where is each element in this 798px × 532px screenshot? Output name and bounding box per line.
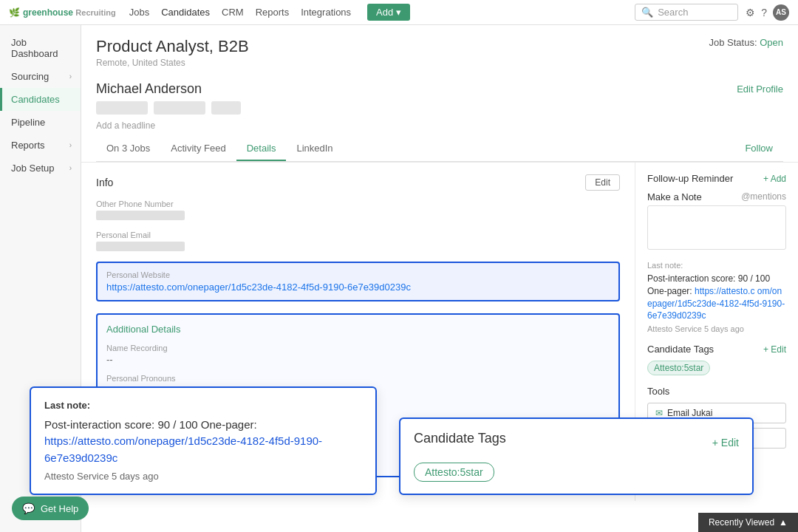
nav-jobs[interactable]: Jobs — [129, 7, 149, 18]
followup-add-link[interactable]: + Add — [763, 174, 786, 184]
sidebar-item-job-setup[interactable]: Job Setup › — [0, 157, 81, 180]
info-section: Info Edit Other Phone Number Personal Em… — [96, 174, 620, 301]
candidate-header: Michael Anderson Edit Profile — [96, 74, 783, 101]
blurred-badge-1 — [96, 101, 148, 115]
logo: 🌿 greenhouse Recruiting — [9, 7, 116, 18]
tabs: On 3 Jobs Activity Feed Details LinkedIn… — [96, 137, 783, 162]
field-email: Personal Email — [96, 231, 620, 251]
overlay-last-note-text: Post-interaction score: 90 / 100 One-pag… — [44, 417, 362, 467]
additional-details-title[interactable]: Additional Details — [106, 324, 610, 335]
chat-icon: 💬 — [22, 502, 35, 514]
nav-candidates[interactable]: Candidates — [161, 7, 210, 18]
job-status-value: Open — [760, 37, 783, 48]
add-button[interactable]: Add ▾ — [367, 4, 410, 21]
overlay-last-note-link[interactable]: https://attesto.com/onepager/1d5c23de-41… — [44, 434, 322, 464]
tab-on-jobs[interactable]: On 3 Jobs — [96, 137, 160, 161]
avatar[interactable]: AS — [773, 4, 789, 21]
page-header: Product Analyst, B2B Remote, United Stat… — [81, 25, 798, 74]
overlay-last-note-label: Last note: — [44, 400, 362, 411]
nav-integrations[interactable]: Integrations — [301, 7, 351, 18]
tab-linkedin[interactable]: LinkedIn — [286, 137, 343, 161]
detail-name-recording-value: -- — [106, 354, 610, 365]
sidebar-label-pipeline: Pipeline — [11, 117, 45, 128]
candidate-tags-section: Candidate Tags + Edit Attesto:5star — [647, 344, 786, 375]
sidebar-label-job-dashboard: Job Dashboard — [11, 37, 72, 59]
detail-name-recording-label: Name Recording — [106, 344, 610, 352]
tags-header: Candidate Tags + Edit — [647, 344, 786, 355]
nav-right: 🔍 Search ⚙ ? AS — [635, 4, 789, 21]
overlay-tags-header: Candidate Tags + Edit — [414, 431, 739, 454]
overlay-tag-badge[interactable]: Attesto:5star — [414, 463, 494, 482]
nav-reports[interactable]: Reports — [256, 7, 290, 18]
last-note-time: Attesto Service 5 days ago — [647, 324, 786, 333]
edit-profile-link[interactable]: Edit Profile — [737, 83, 783, 95]
candidate-section: Michael Anderson Edit Profile Add a head… — [81, 74, 798, 163]
sidebar-label-job-setup: Job Setup — [11, 163, 55, 174]
search-box[interactable]: 🔍 Search — [635, 4, 738, 21]
chevron-up-icon: ▲ — [779, 517, 788, 528]
tab-details[interactable]: Details — [236, 137, 287, 161]
info-title: Info — [96, 177, 113, 188]
chat-button[interactable]: 💬 Get Help — [12, 497, 89, 520]
sidebar-item-candidates[interactable]: Candidates — [0, 88, 81, 111]
follow-button[interactable]: Follow — [734, 137, 783, 161]
sidebar-label-sourcing: Sourcing — [11, 71, 49, 82]
field-phone-label: Other Phone Number — [96, 200, 620, 208]
blurred-badges — [96, 101, 783, 115]
candidate-name: Michael Anderson — [96, 81, 202, 97]
mentions-label: @mentions — [741, 191, 786, 202]
followup-title: Follow-up Reminder — [647, 173, 733, 184]
note-textarea[interactable] — [647, 205, 786, 250]
sidebar-item-sourcing[interactable]: Sourcing › — [0, 65, 81, 88]
recently-viewed-bar[interactable]: Recently Viewed ▲ — [698, 513, 798, 532]
job-status: Job Status: Open — [709, 37, 783, 48]
chevron-icon: › — [69, 72, 72, 81]
tags-edit-link[interactable]: + Edit — [763, 344, 786, 355]
sidebar-item-job-dashboard[interactable]: Job Dashboard — [0, 31, 81, 65]
last-note-link[interactable]: https://attesto.c om/onepager/1d5c23de-4… — [647, 286, 785, 321]
detail-pronouns-label: Personal Pronouns — [106, 374, 610, 383]
bottom-overlay-last-note: Last note: Post-interaction score: 90 / … — [30, 386, 377, 496]
chevron-down-icon: ▾ — [396, 7, 401, 18]
nav-icons: ⚙ ? AS — [746, 4, 789, 21]
page-title: Product Analyst, B2B — [96, 37, 783, 56]
sidebar-label-candidates: Candidates — [11, 94, 60, 105]
field-website-value[interactable]: https://attesto.com/onepager/1d5c23de-41… — [106, 282, 411, 293]
field-phone-value — [96, 211, 185, 220]
field-phone: Other Phone Number — [96, 200, 620, 220]
tools-title: Tools — [647, 386, 786, 397]
help-icon[interactable]: ? — [761, 7, 767, 18]
detail-name-recording: Name Recording -- — [106, 344, 610, 365]
sidebar-item-pipeline[interactable]: Pipeline — [0, 111, 81, 134]
top-navigation: 🌿 greenhouse Recruiting Jobs Candidates … — [0, 0, 798, 25]
last-note-label: Last note: — [647, 261, 786, 270]
leaf-icon: 🌿 — [9, 7, 20, 18]
nav-links: Jobs Candidates CRM Reports Integrations — [129, 7, 351, 18]
chevron-icon-reports: › — [69, 141, 72, 149]
overlay-last-note-time: Attesto Service 5 days ago — [44, 471, 362, 482]
nav-crm[interactable]: CRM — [222, 7, 244, 18]
field-website-label: Personal Website — [106, 270, 610, 279]
blurred-badge-2 — [154, 101, 205, 115]
last-note-section: Last note: Post-interaction score: 90 / … — [647, 261, 786, 333]
last-note-text: Post-interaction score: 90 / 100 One-pag… — [647, 273, 786, 322]
settings-icon[interactable]: ⚙ — [746, 7, 755, 18]
field-website: Personal Website https://attesto.com/one… — [96, 262, 620, 301]
field-email-label: Personal Email — [96, 231, 620, 239]
add-headline[interactable]: Add a headline — [96, 120, 783, 131]
info-edit-button[interactable]: Edit — [585, 174, 620, 191]
sidebar-item-reports[interactable]: Reports › — [0, 134, 81, 157]
overlay-tags-edit[interactable]: + Edit — [712, 437, 739, 449]
chevron-icon-job-setup: › — [69, 164, 72, 172]
tags-title: Candidate Tags — [647, 344, 714, 355]
followup-header: Follow-up Reminder + Add — [647, 173, 786, 184]
make-note-header: Make a Note @mentions — [647, 191, 786, 202]
field-email-value — [96, 242, 185, 251]
tag-attesto-5star[interactable]: Attesto:5star — [647, 361, 710, 375]
search-icon: 🔍 — [641, 7, 653, 18]
sidebar-label-reports: Reports — [11, 140, 45, 151]
tab-activity-feed[interactable]: Activity Feed — [160, 137, 236, 161]
info-header: Info Edit — [96, 174, 620, 191]
blurred-badge-3 — [211, 101, 241, 115]
page-subtitle: Remote, United States — [96, 58, 783, 68]
